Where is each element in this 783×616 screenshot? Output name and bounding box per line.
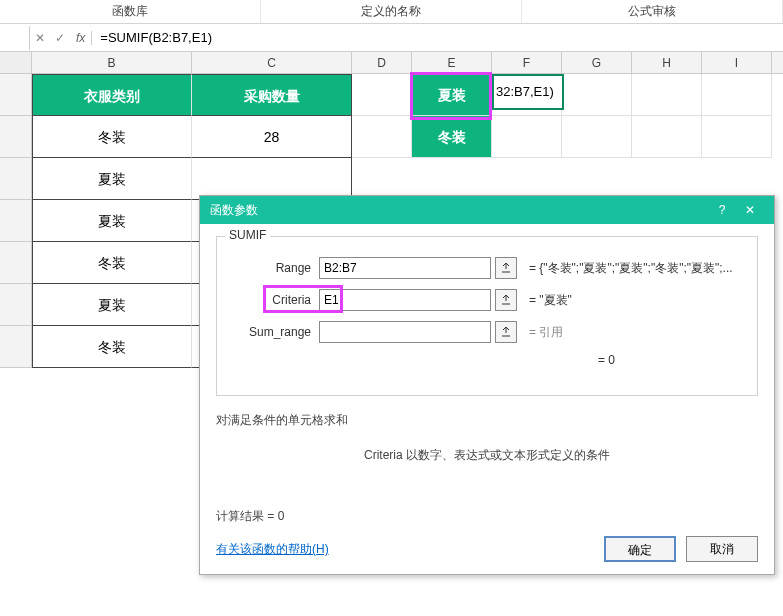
ribbon-group-definednames: 定义的名称 <box>261 0 522 23</box>
cell-B2[interactable]: 冬装 <box>32 116 192 158</box>
col-header-G[interactable]: G <box>562 52 632 73</box>
cell-C3[interactable] <box>192 158 352 200</box>
collapse-dialog-icon[interactable] <box>495 321 517 343</box>
argument-description: Criteria 以数字、表达式或文本形式定义的条件 <box>216 447 758 464</box>
cell-B1[interactable]: 衣服类别 <box>32 74 192 116</box>
dialog-close-icon[interactable]: ✕ <box>736 203 764 217</box>
arg-range-label: Range <box>229 261 319 275</box>
formula-bar: ✕ ✓ fx =SUMIF(B2:B7,E1) <box>0 24 783 52</box>
collapse-dialog-icon[interactable] <box>495 257 517 279</box>
ribbon-group-formulaaudit: 公式审核 <box>522 0 783 23</box>
dialog-help-icon[interactable]: ? <box>708 203 736 217</box>
cell-B3[interactable]: 夏装 <box>32 158 192 200</box>
cell-B4[interactable]: 夏装 <box>32 200 192 242</box>
cell-I1[interactable] <box>702 74 772 116</box>
row-header[interactable] <box>0 116 32 158</box>
row-header[interactable] <box>0 158 32 200</box>
cell-F2[interactable] <box>492 116 562 158</box>
arg-criteria-input[interactable] <box>319 289 491 311</box>
ok-button[interactable]: 确定 <box>604 536 676 562</box>
cell-D2[interactable] <box>352 116 412 158</box>
arg-sumrange-result: = 引用 <box>529 324 563 341</box>
cell-E1[interactable]: 夏装 <box>412 74 492 116</box>
collapse-dialog-icon[interactable] <box>495 289 517 311</box>
formula-input[interactable]: =SUMIF(B2:B7,E1) <box>92 26 783 50</box>
col-header-E[interactable]: E <box>412 52 492 73</box>
cell-I2[interactable] <box>702 116 772 158</box>
select-all-cell[interactable] <box>0 52 32 73</box>
arg-sumrange-label: Sum_range <box>229 325 319 339</box>
row-header[interactable] <box>0 242 32 284</box>
arg-final-result: = 0 <box>598 353 615 367</box>
arg-range-input[interactable] <box>319 257 491 279</box>
row-header[interactable] <box>0 74 32 116</box>
col-header-I[interactable]: I <box>702 52 772 73</box>
cell-H2[interactable] <box>632 116 702 158</box>
cell-B5[interactable]: 冬装 <box>32 242 192 284</box>
function-arguments-dialog: 函数参数 ? ✕ SUMIF Range = {"冬装";"夏装";"夏装";"… <box>199 195 775 575</box>
cell-G2[interactable] <box>562 116 632 158</box>
function-name-label: SUMIF <box>225 228 270 242</box>
arg-criteria-result: = "夏装" <box>529 292 572 309</box>
col-header-F[interactable]: F <box>492 52 562 73</box>
dialog-titlebar[interactable]: 函数参数 ? ✕ <box>200 196 774 224</box>
cell-B6[interactable]: 夏装 <box>32 284 192 326</box>
cell-C1[interactable]: 采购数量 <box>192 74 352 116</box>
cancel-button[interactable]: 取消 <box>686 536 758 562</box>
row-header[interactable] <box>0 326 32 368</box>
fx-icon[interactable]: fx <box>70 31 92 45</box>
cell-G1[interactable] <box>562 74 632 116</box>
row-header[interactable] <box>0 284 32 326</box>
cancel-icon[interactable]: ✕ <box>30 26 50 50</box>
cell-E2[interactable]: 冬装 <box>412 116 492 158</box>
active-cell-F1[interactable]: 32:B7,E1) <box>492 74 564 110</box>
function-description: 对满足条件的单元格求和 <box>216 412 758 429</box>
help-link[interactable]: 有关该函数的帮助(H) <box>216 541 329 558</box>
cell-H1[interactable] <box>632 74 702 116</box>
cell-B7[interactable]: 冬装 <box>32 326 192 368</box>
col-header-D[interactable]: D <box>352 52 412 73</box>
row-header[interactable] <box>0 200 32 242</box>
cell-D1[interactable] <box>352 74 412 116</box>
ribbon-group-functions: 函数库 <box>0 0 261 23</box>
name-box[interactable] <box>0 26 30 50</box>
col-header-C[interactable]: C <box>192 52 352 73</box>
args-group: SUMIF Range = {"冬装";"夏装";"夏装";"冬装";"夏装";… <box>216 236 758 396</box>
dialog-title: 函数参数 <box>210 202 708 219</box>
calc-result-label: 计算结果 = 0 <box>216 508 758 525</box>
accept-icon[interactable]: ✓ <box>50 26 70 50</box>
col-header-H[interactable]: H <box>632 52 702 73</box>
col-header-B[interactable]: B <box>32 52 192 73</box>
cell-C2[interactable]: 28 <box>192 116 352 158</box>
arg-sumrange-input[interactable] <box>319 321 491 343</box>
arg-range-result: = {"冬装";"夏装";"夏装";"冬装";"夏装";... <box>529 260 733 277</box>
arg-criteria-label: Criteria <box>229 293 319 307</box>
